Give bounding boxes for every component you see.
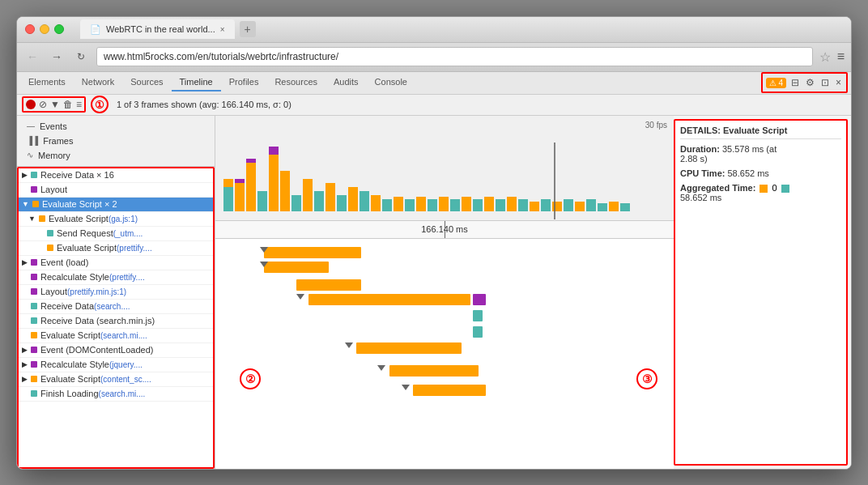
tab-audits[interactable]: Audits bbox=[326, 74, 367, 91]
close-devtools-icon[interactable]: × bbox=[834, 75, 843, 90]
event-label: Evaluate Script × 2 bbox=[42, 199, 117, 209]
flame-body[interactable]: ② ③ bbox=[215, 239, 674, 469]
sidebar-item-frames[interactable]: ▐▐ Frames bbox=[17, 134, 215, 148]
filter-timeline-button[interactable]: ▼ bbox=[50, 99, 60, 110]
flame-bar bbox=[296, 279, 361, 291]
list-item[interactable]: ▶ Recalculate Style (jquery.... bbox=[19, 358, 213, 372]
forward-button[interactable]: → bbox=[48, 48, 66, 66]
list-item[interactable]: ▶ Evaluate Script (search.mi.... bbox=[19, 329, 213, 343]
svg-rect-29 bbox=[507, 197, 517, 211]
flame-bar bbox=[473, 294, 486, 305]
aggregated-swatch-1 bbox=[760, 185, 768, 193]
svg-rect-22 bbox=[428, 199, 437, 211]
settings-icon[interactable]: ⚙ bbox=[804, 75, 816, 90]
event-label: Receive Data × 16 bbox=[40, 170, 114, 180]
record-button[interactable] bbox=[26, 100, 36, 109]
tab-console[interactable]: Console bbox=[367, 74, 415, 91]
flame-bar bbox=[389, 365, 479, 377]
event-label: Layout bbox=[40, 287, 67, 296]
event-link: (prettify.min.js:1) bbox=[67, 287, 126, 296]
expand-icon: ▼ bbox=[28, 215, 36, 223]
expand-icon: ▶ bbox=[22, 258, 28, 266]
triangle-marker bbox=[260, 262, 268, 267]
tab-resources[interactable]: Resources bbox=[266, 74, 326, 91]
new-tab-button[interactable]: + bbox=[240, 21, 256, 37]
event-dot bbox=[31, 332, 37, 338]
memory-icon: ∿ bbox=[27, 151, 33, 160]
frames-info: 1 of 3 frames shown (avg: 166.140 ms, σ:… bbox=[117, 100, 291, 109]
sidebar-item-events[interactable]: — Events bbox=[17, 119, 215, 134]
back-button[interactable]: ← bbox=[23, 48, 41, 66]
sidebar-item-memory[interactable]: ∿ Memory bbox=[17, 148, 215, 163]
list-item[interactable]: ▶ Event (DOMContentLoaded) bbox=[19, 343, 213, 358]
frames-icon: ▐▐ bbox=[27, 136, 38, 145]
cancel-button[interactable]: ⊘ bbox=[39, 99, 47, 110]
filter-icon[interactable]: ⊟ bbox=[789, 75, 801, 90]
svg-rect-39 bbox=[620, 203, 630, 211]
annotation-1: ① bbox=[91, 96, 108, 113]
list-item[interactable]: ▶ Finish Loading (search.mi.... bbox=[19, 387, 213, 402]
bookmark-button[interactable]: ☆ bbox=[819, 49, 831, 65]
duration-label: Duration: bbox=[680, 144, 720, 154]
svg-rect-37 bbox=[598, 203, 607, 211]
aggregated-value: 58.652 ms bbox=[680, 193, 721, 202]
svg-rect-9 bbox=[280, 171, 290, 211]
svg-rect-20 bbox=[405, 199, 415, 211]
list-item[interactable]: ▶ Receive Data (search.min.js) bbox=[19, 314, 213, 329]
details-panel: DETAILS: Evaluate Script Duration: 35.57… bbox=[674, 119, 848, 466]
list-item[interactable]: ▼ Evaluate Script (ga.js:1) bbox=[19, 212, 213, 227]
svg-rect-40 bbox=[554, 143, 555, 219]
maximize-traffic-light[interactable] bbox=[54, 24, 64, 34]
refresh-button[interactable]: ↻ bbox=[72, 48, 90, 66]
event-link: (search.mi.... bbox=[100, 331, 147, 340]
list-item[interactable]: ▶ Layout (prettify.min.js:1) bbox=[19, 285, 213, 300]
svg-rect-35 bbox=[575, 202, 585, 211]
title-bar: 📄 WebRTC in the real world... × + bbox=[17, 17, 851, 43]
devtools-right-actions: ⚠ 4 ⊟ ⚙ ⊡ × bbox=[761, 72, 848, 93]
url-input[interactable]: www.html5rocks.com/en/tutorials/webrtc/i… bbox=[96, 47, 813, 66]
list-item[interactable]: ▼ Evaluate Script × 2 bbox=[19, 198, 213, 212]
browser-tab[interactable]: 📄 WebRTC in the real world... × bbox=[80, 19, 235, 39]
svg-rect-14 bbox=[337, 195, 347, 211]
devtools-tab-bar: Elements Network Sources Timeline Profil… bbox=[17, 72, 851, 95]
tab-network[interactable]: Network bbox=[74, 74, 122, 91]
tab-sources[interactable]: Sources bbox=[122, 74, 171, 91]
flame-overview[interactable]: 30 fps bbox=[215, 116, 674, 221]
browser-menu-button[interactable]: ≡ bbox=[837, 49, 845, 64]
event-list[interactable]: ▶ Receive Data × 16 ▶ Layout ▼ Evaluate … bbox=[17, 167, 215, 469]
list-item[interactable]: ▶ Evaluate Script (content_sc.... bbox=[19, 372, 213, 387]
tab-elements[interactable]: Elements bbox=[20, 74, 74, 91]
triangle-marker bbox=[377, 365, 385, 371]
expand-icon: ▼ bbox=[22, 200, 29, 208]
list-item[interactable]: ▶ Send Request (_utm.... bbox=[19, 227, 213, 241]
aggregated-swatch-2 bbox=[781, 185, 789, 193]
event-label: Finish Loading bbox=[40, 389, 99, 398]
close-traffic-light[interactable] bbox=[25, 24, 35, 34]
tab-favicon: 📄 bbox=[90, 24, 101, 35]
list-item[interactable]: ▶ Event (load) bbox=[19, 256, 213, 270]
svg-rect-21 bbox=[416, 197, 426, 211]
svg-rect-31 bbox=[530, 202, 539, 211]
svg-rect-7 bbox=[269, 155, 279, 211]
event-link: (_utm.... bbox=[113, 229, 143, 238]
dock-icon[interactable]: ⊡ bbox=[819, 75, 831, 90]
list-item[interactable]: ▶ Receive Data (search.... bbox=[19, 300, 213, 314]
event-link: (prettify.... bbox=[109, 273, 145, 282]
more-button[interactable]: ≡ bbox=[76, 99, 82, 110]
tab-timeline[interactable]: Timeline bbox=[172, 74, 221, 91]
list-item[interactable]: ▶ Layout bbox=[19, 183, 213, 198]
list-item[interactable]: ▶ Receive Data × 16 bbox=[19, 168, 213, 183]
cpu-label: CPU Time: bbox=[680, 168, 725, 178]
event-label: Receive Data bbox=[40, 301, 94, 311]
list-item[interactable]: ▶ Recalculate Style (prettify.... bbox=[19, 270, 213, 285]
minimize-traffic-light[interactable] bbox=[40, 24, 49, 34]
events-label: Events bbox=[40, 121, 67, 131]
event-label: Receive Data (search.min.js) bbox=[40, 316, 155, 325]
flame-bar bbox=[473, 326, 483, 338]
tab-profiles[interactable]: Profiles bbox=[221, 74, 267, 91]
clear-button[interactable]: 🗑 bbox=[63, 99, 73, 110]
event-label: Evaluate Script bbox=[40, 330, 100, 340]
tab-close-button[interactable]: × bbox=[220, 25, 225, 34]
list-item[interactable]: ▶ Evaluate Script (prettify.... bbox=[19, 241, 213, 256]
event-link: (search.mi.... bbox=[99, 389, 146, 398]
